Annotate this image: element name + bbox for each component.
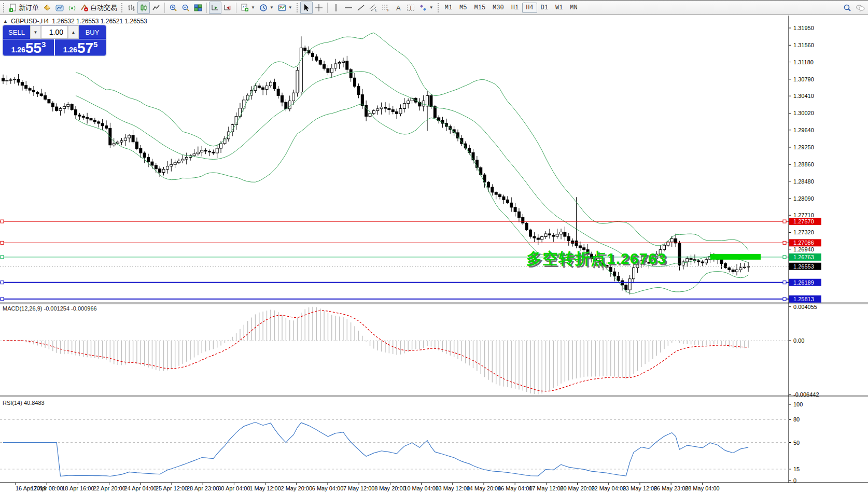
svg-text:1.26763: 1.26763: [793, 254, 814, 260]
rsi-pane[interactable]: [0, 419, 789, 476]
volume-decrease-button[interactable]: ▼: [30, 25, 41, 39]
line-chart-icon: [152, 4, 160, 12]
crosshair-button[interactable]: [313, 2, 325, 14]
shapes-button[interactable]: ▼: [417, 2, 436, 14]
text-icon: A: [394, 4, 402, 12]
volume-input[interactable]: [41, 25, 68, 39]
collapse-panel-icon[interactable]: ▲: [3, 19, 8, 24]
toolbar-grip[interactable]: [437, 3, 440, 13]
highlight-zone-bar[interactable]: [710, 254, 761, 260]
timeframe-d1[interactable]: D1: [537, 3, 552, 13]
toolbar-grip[interactable]: [296, 3, 299, 13]
svg-text:1.28860: 1.28860: [793, 161, 814, 167]
horizontal-line-button[interactable]: [342, 2, 355, 14]
timeframe-m1[interactable]: M1: [441, 3, 456, 13]
timeframe-toolbar: M1M5M15M30H1H4D1W1MN: [441, 3, 581, 13]
bar-chart-button[interactable]: [125, 2, 137, 14]
svg-text:1 May 12:00: 1 May 12:00: [249, 485, 281, 491]
timeframe-h1[interactable]: H1: [508, 3, 522, 13]
auto-trading-button[interactable]: 自动交易: [78, 2, 119, 14]
new-order-button[interactable]: 新订单: [7, 2, 41, 14]
timeframe-h4[interactable]: H4: [522, 3, 537, 13]
cursor-button[interactable]: [300, 2, 313, 14]
zoom-in-button[interactable]: [167, 2, 179, 14]
trendline-button[interactable]: [355, 2, 367, 14]
svg-text:25 Apr 12:00: 25 Apr 12:00: [156, 485, 188, 491]
styler-button[interactable]: [41, 2, 53, 14]
buy-price-panel[interactable]: 1.26 57 5: [55, 39, 106, 55]
channel-button[interactable]: E: [367, 2, 380, 14]
template-button[interactable]: ▼: [276, 2, 295, 14]
svg-text:1.27320: 1.27320: [793, 229, 814, 235]
sell-button[interactable]: SELL: [3, 25, 30, 39]
timeframe-m15[interactable]: M15: [471, 3, 489, 13]
new-order-label: 新订单: [19, 3, 39, 12]
price-axis[interactable]: 1.319501.315601.311801.307901.304101.300…: [789, 25, 821, 484]
svg-text:2 May 20:00: 2 May 20:00: [281, 485, 313, 491]
search-button[interactable]: [841, 2, 853, 14]
text-label-button[interactable]: T: [404, 2, 417, 14]
timeframe-mn[interactable]: MN: [566, 3, 581, 13]
text-button[interactable]: A: [392, 2, 404, 14]
line-chart-button[interactable]: [150, 2, 162, 14]
vertical-line-icon: [332, 4, 340, 12]
timeframe-m5[interactable]: M5: [456, 3, 470, 13]
candlestick-button[interactable]: [137, 2, 150, 14]
svg-text:30 Apr 04:00: 30 Apr 04:00: [218, 485, 250, 491]
chat-button[interactable]: [853, 2, 867, 14]
hline-handle[interactable]: [1, 298, 4, 301]
svg-text:8 May 20:00: 8 May 20:00: [374, 485, 406, 491]
zoom-out-button[interactable]: [179, 2, 192, 14]
symbol-info-line: ▲ GBPUSD-,H4 1.26532 1.26553 1.26521 1.2…: [3, 18, 147, 25]
hline-handle[interactable]: [783, 256, 786, 259]
svg-text:1.26940: 1.26940: [793, 246, 814, 252]
tile-windows-button[interactable]: [192, 2, 204, 14]
main-toolbar: 新订单 自动交易: [0, 1, 868, 15]
hline-handle[interactable]: [1, 241, 4, 244]
timeframe-w1[interactable]: W1: [552, 3, 566, 13]
hline-handle[interactable]: [1, 281, 4, 284]
sell-price-prefix: 1.26: [11, 46, 25, 54]
signal-icon: [68, 4, 76, 12]
svg-text:1.30790: 1.30790: [793, 76, 814, 82]
svg-text:1.31560: 1.31560: [793, 42, 814, 48]
fibonacci-icon: F: [382, 4, 390, 12]
timeframe-m30[interactable]: M30: [489, 3, 508, 13]
svg-text:T: T: [409, 5, 412, 11]
svg-text:13 May 12:00: 13 May 12:00: [435, 485, 470, 491]
svg-text:26 May 23:00: 26 May 23:00: [654, 485, 689, 491]
chart-window-button[interactable]: [53, 2, 66, 14]
macd-pane[interactable]: [0, 307, 789, 395]
chart-annotation-text[interactable]: 多空转折点1.26763: [526, 248, 666, 270]
svg-text:1.30020: 1.30020: [793, 110, 814, 116]
volume-increase-button[interactable]: ▲: [68, 25, 79, 39]
sell-price-panel[interactable]: 1.26 55 3: [3, 39, 54, 55]
toolbar-grip[interactable]: [3, 3, 5, 13]
hline-handle[interactable]: [783, 241, 786, 244]
symbol-title: GBPUSD-,H4: [11, 18, 49, 25]
chart-area[interactable]: 1.319501.315601.311801.307901.304101.300…: [0, 16, 868, 493]
chart-shift-button[interactable]: [221, 2, 234, 14]
hline-handle[interactable]: [1, 256, 4, 259]
template-icon: [278, 4, 286, 12]
svg-text:1.26189: 1.26189: [793, 279, 814, 286]
auto-scroll-button[interactable]: [209, 2, 221, 14]
hline-handle[interactable]: [783, 281, 786, 284]
chart-canvas[interactable]: 1.319501.315601.311801.307901.304101.300…: [0, 16, 868, 493]
indicators-button[interactable]: ▼: [239, 2, 257, 14]
vertical-line-button[interactable]: [330, 2, 342, 14]
svg-text:16 May 04:00: 16 May 04:00: [498, 485, 533, 491]
toolbar-grip[interactable]: [121, 3, 123, 13]
signal-button[interactable]: [66, 2, 78, 14]
date-axis[interactable]: 16 Apr 201917 Apr 08:0018 Apr 16:0022 Ap…: [16, 483, 720, 491]
zoom-out-icon: [181, 4, 190, 12]
buy-button[interactable]: BUY: [79, 25, 106, 39]
hline-handle[interactable]: [1, 220, 4, 223]
indicators-icon: [241, 4, 249, 12]
hline-handle[interactable]: [783, 220, 786, 223]
fibonacci-button[interactable]: F: [380, 2, 392, 14]
svg-text:14 May 20:00: 14 May 20:00: [467, 485, 501, 491]
periods-button[interactable]: ▼: [257, 2, 276, 14]
hline-handle[interactable]: [783, 298, 786, 301]
svg-text:1.27710: 1.27710: [793, 212, 814, 218]
